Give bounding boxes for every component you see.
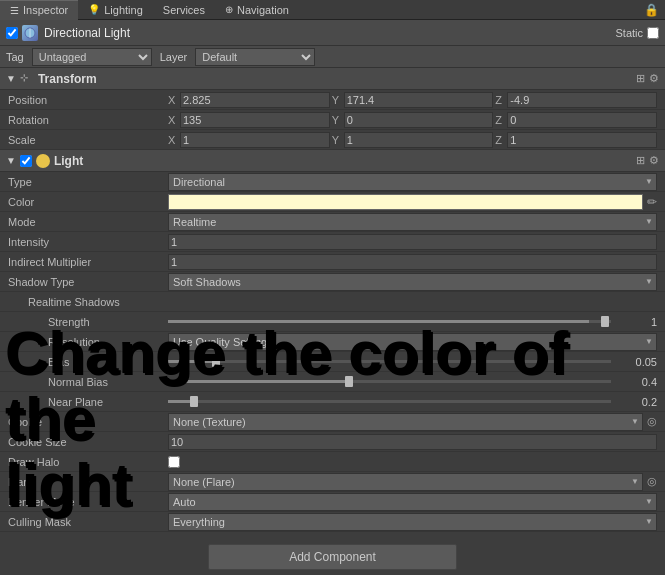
culling-mask-dropdown[interactable]: Everything	[168, 513, 657, 531]
bias-slider[interactable]	[168, 360, 611, 363]
add-component-button[interactable]: Add Component	[208, 544, 457, 570]
scale-z-input[interactable]	[507, 132, 657, 148]
render-mode-dropdown[interactable]: Auto	[168, 493, 657, 511]
flare-dropdown[interactable]: None (Flare)	[168, 473, 643, 491]
type-dropdown[interactable]: Directional	[168, 173, 657, 191]
scale-y-letter: Y	[332, 134, 342, 146]
transform-content: Position X Y Z Rotation	[0, 90, 665, 150]
object-bar: Directional Light Static	[0, 20, 665, 46]
layer-select[interactable]: Default	[195, 48, 315, 66]
pos-y-letter: Y	[332, 94, 342, 106]
resolution-label: Resolution	[8, 336, 168, 348]
transform-copy-icon[interactable]: ⊞	[636, 72, 645, 85]
type-dropdown-wrapper: Directional	[168, 173, 657, 191]
light-title: Light	[54, 154, 636, 168]
flare-pick-icon[interactable]: ◎	[647, 475, 657, 488]
tab-inspector[interactable]: ☰ Inspector	[0, 0, 78, 20]
cookie-size-row: Cookie Size	[0, 432, 665, 452]
light-settings-icon[interactable]: ⚙	[649, 154, 659, 167]
light-copy-icon[interactable]: ⊞	[636, 154, 645, 167]
transform-section-header[interactable]: ▼ ⊹ Transform ⊞ ⚙	[0, 68, 665, 90]
object-enabled-checkbox[interactable]	[6, 27, 18, 39]
light-section-header[interactable]: ▼ Light ⊞ ⚙	[0, 150, 665, 172]
strength-slider-thumb	[601, 316, 609, 327]
tag-select[interactable]: Untagged	[32, 48, 152, 66]
bias-value: 0.05	[617, 356, 657, 368]
normal-bias-fill	[168, 380, 345, 383]
lock-icon[interactable]: 🔒	[644, 3, 665, 17]
light-enabled-checkbox[interactable]	[20, 155, 32, 167]
normal-bias-row: Normal Bias 0.4	[0, 372, 665, 392]
nav-icon: ⊕	[225, 4, 233, 15]
tab-bar: ☰ Inspector 💡 Lighting Services ⊕ Naviga…	[0, 0, 665, 20]
realtime-shadows-row: Realtime Shadows	[0, 292, 665, 312]
near-plane-thumb	[190, 396, 198, 407]
render-mode-row: Render Mode Auto	[0, 492, 665, 512]
rotation-z-input[interactable]	[507, 112, 657, 128]
position-x-input[interactable]	[180, 92, 330, 108]
cookie-size-input[interactable]	[168, 434, 657, 450]
culling-mask-row: Culling Mask Everything	[0, 512, 665, 532]
scale-y-input[interactable]	[344, 132, 494, 148]
flare-row: Flare None (Flare) ◎	[0, 472, 665, 492]
mode-dropdown[interactable]: Realtime	[168, 213, 657, 231]
rotation-y-input[interactable]	[344, 112, 494, 128]
intensity-input[interactable]	[168, 234, 657, 250]
near-plane-slider[interactable]	[168, 400, 611, 403]
light-arrow: ▼	[6, 155, 16, 166]
bias-thumb	[212, 356, 220, 367]
transform-icon: ⊹	[20, 72, 34, 86]
type-label: Type	[8, 176, 168, 188]
transform-settings-icon[interactable]: ⚙	[649, 72, 659, 85]
position-label: Position	[8, 94, 168, 106]
bias-row: Bias 0.05	[0, 352, 665, 372]
render-mode-dropdown-wrapper: Auto	[168, 493, 657, 511]
position-y-input[interactable]	[344, 92, 494, 108]
mode-dropdown-wrapper: Realtime	[168, 213, 657, 231]
normal-bias-thumb	[345, 376, 353, 387]
resolution-dropdown-wrapper: Use Quality Settings	[168, 333, 657, 351]
tag-label: Tag	[6, 51, 24, 63]
static-checkbox[interactable]	[647, 27, 659, 39]
resolution-dropdown[interactable]: Use Quality Settings	[168, 333, 657, 351]
static-label: Static	[615, 27, 643, 39]
tab-lighting-label: Lighting	[104, 4, 143, 16]
cookie-pick-icon[interactable]: ◎	[647, 415, 657, 428]
color-swatch[interactable]	[168, 194, 643, 210]
indirect-row: Indirect Multiplier	[0, 252, 665, 272]
cookie-dropdown[interactable]: None (Texture)	[168, 413, 643, 431]
strength-slider-area: 1	[168, 316, 657, 328]
indirect-label: Indirect Multiplier	[8, 256, 168, 268]
strength-slider[interactable]	[168, 320, 611, 323]
layer-label: Layer	[160, 51, 188, 63]
bias-fill	[168, 360, 212, 363]
tab-navigation[interactable]: ⊕ Navigation	[215, 0, 299, 20]
draw-halo-checkbox[interactable]	[168, 456, 180, 468]
cookie-label: Cookie	[8, 416, 168, 428]
scale-x-input[interactable]	[180, 132, 330, 148]
scale-row: Scale X Y Z	[0, 130, 665, 150]
cookie-row: Cookie None (Texture) ◎	[0, 412, 665, 432]
indirect-input[interactable]	[168, 254, 657, 270]
rot-x-letter: X	[168, 114, 178, 126]
rotation-x-input[interactable]	[180, 112, 330, 128]
type-row: Type Directional	[0, 172, 665, 192]
bias-slider-area: 0.05	[168, 356, 657, 368]
color-picker-icon[interactable]: ✏	[647, 195, 657, 209]
tag-layer-bar: Tag Untagged Layer Default	[0, 46, 665, 68]
normal-bias-slider[interactable]	[168, 380, 611, 383]
cookie-size-label: Cookie Size	[8, 436, 168, 448]
shadow-type-dropdown[interactable]: Soft Shadows	[168, 273, 657, 291]
realtime-shadows-label: Realtime Shadows	[8, 296, 168, 308]
color-label: Color	[8, 196, 168, 208]
normal-bias-slider-area: 0.4	[168, 376, 657, 388]
draw-halo-row: Draw Halo	[0, 452, 665, 472]
near-plane-fill	[168, 400, 190, 403]
position-z-input[interactable]	[507, 92, 657, 108]
tab-services[interactable]: Services	[153, 0, 215, 20]
transform-arrow: ▼	[6, 73, 16, 84]
tab-lighting[interactable]: 💡 Lighting	[78, 0, 153, 20]
position-row: Position X Y Z	[0, 90, 665, 110]
add-component-bar: Add Component	[0, 532, 665, 575]
color-row: Color ✏	[0, 192, 665, 212]
